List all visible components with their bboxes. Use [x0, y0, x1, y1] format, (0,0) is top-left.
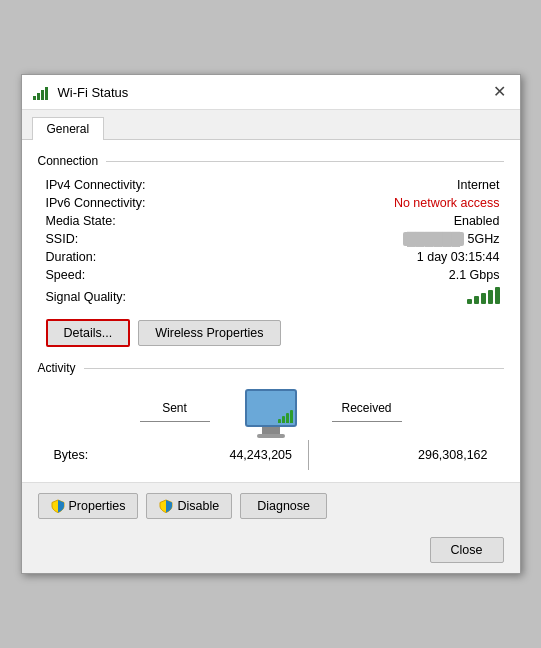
- connection-info-table: IPv4 Connectivity: Internet IPv6 Connect…: [38, 176, 504, 309]
- pc-monitor: [245, 389, 297, 427]
- svg-rect-2: [41, 90, 44, 100]
- ssid-blurred: ██████: [403, 232, 464, 246]
- activity-visual: Sent: [38, 383, 504, 438]
- activity-section-label: Activity: [38, 361, 504, 375]
- close-btn-row: Close: [22, 529, 520, 573]
- mini-signal-bars: [278, 410, 293, 423]
- activity-section: Activity Sent: [38, 361, 504, 472]
- properties-label: Properties: [69, 499, 126, 513]
- received-label: Received: [341, 401, 391, 415]
- bytes-row: Bytes: 44,243,205 296,308,162: [38, 438, 504, 472]
- svg-rect-3: [45, 87, 48, 100]
- title-bar: Wi-Fi Status ✕: [22, 75, 520, 110]
- bar2: [474, 296, 479, 304]
- bar1: [467, 299, 472, 304]
- ipv4-label: IPv4 Connectivity:: [38, 176, 168, 194]
- diagnose-button[interactable]: Diagnose: [240, 493, 327, 519]
- table-row: Speed: 2.1 Gbps: [38, 266, 504, 284]
- ssid-label: SSID:: [38, 230, 168, 248]
- bar4: [488, 290, 493, 304]
- wifi-signal-icon: [32, 83, 50, 101]
- ipv6-value: No network access: [168, 194, 504, 212]
- table-row: Duration: 1 day 03:15:44: [38, 248, 504, 266]
- wifi-status-window: Wi-Fi Status ✕ General Connection IPv4 C…: [21, 74, 521, 574]
- signal-quality-label: Signal Quality:: [38, 284, 168, 309]
- bytes-label: Bytes:: [54, 448, 114, 462]
- close-button[interactable]: ✕: [489, 84, 510, 100]
- svg-rect-1: [37, 93, 40, 100]
- sent-line: [140, 421, 210, 422]
- pc-base: [257, 434, 285, 438]
- bottom-buttons-bar: Properties Disable Diagnose: [22, 482, 520, 529]
- shield-icon-disable: [159, 499, 173, 513]
- ssid-suffix: 5GHz: [468, 232, 500, 246]
- table-row: IPv6 Connectivity: No network access: [38, 194, 504, 212]
- mini-bar1: [278, 419, 281, 423]
- duration-value: 1 day 03:15:44: [168, 248, 504, 266]
- signal-quality-bars: [168, 284, 504, 309]
- media-state-value: Enabled: [168, 212, 504, 230]
- media-state-label: Media State:: [38, 212, 168, 230]
- ipv4-value: Internet: [168, 176, 504, 194]
- pc-stand: [262, 427, 280, 434]
- mini-bar3: [286, 413, 289, 423]
- sent-bytes-value: 44,243,205: [114, 448, 309, 462]
- received-bytes-value: 296,308,162: [309, 448, 488, 462]
- tabs-bar: General: [22, 110, 520, 140]
- signal-bars-icon: [467, 286, 500, 304]
- table-row: SSID: ██████ 5GHz: [38, 230, 504, 248]
- shield-icon-properties: [51, 499, 65, 513]
- connection-buttons: Details... Wireless Properties: [46, 319, 504, 347]
- duration-label: Duration:: [38, 248, 168, 266]
- table-row: IPv4 Connectivity: Internet: [38, 176, 504, 194]
- mini-bar4: [290, 410, 293, 423]
- mini-bar2: [282, 416, 285, 423]
- tab-general[interactable]: General: [32, 117, 105, 140]
- bar5: [495, 287, 500, 304]
- properties-button[interactable]: Properties: [38, 493, 139, 519]
- sent-label: Sent: [162, 401, 187, 415]
- connection-section-label: Connection: [38, 154, 504, 168]
- ssid-value: ██████ 5GHz: [168, 230, 504, 248]
- received-line: [332, 421, 402, 422]
- received-side: Received: [297, 401, 437, 426]
- window-title: Wi-Fi Status: [58, 85, 489, 100]
- sent-side: Sent: [105, 401, 245, 426]
- bar3: [481, 293, 486, 304]
- wifi-icon: [32, 83, 50, 101]
- close-dialog-button[interactable]: Close: [430, 537, 504, 563]
- content-area: Connection IPv4 Connectivity: Internet I…: [22, 140, 520, 482]
- svg-rect-0: [33, 96, 36, 100]
- details-button[interactable]: Details...: [46, 319, 131, 347]
- ipv6-label: IPv6 Connectivity:: [38, 194, 168, 212]
- pc-icon: [245, 389, 297, 438]
- signal-quality-row: Signal Quality:: [38, 284, 504, 309]
- wireless-properties-button[interactable]: Wireless Properties: [138, 320, 280, 346]
- disable-button[interactable]: Disable: [146, 493, 232, 519]
- speed-label: Speed:: [38, 266, 168, 284]
- speed-value: 2.1 Gbps: [168, 266, 504, 284]
- disable-label: Disable: [177, 499, 219, 513]
- table-row: Media State: Enabled: [38, 212, 504, 230]
